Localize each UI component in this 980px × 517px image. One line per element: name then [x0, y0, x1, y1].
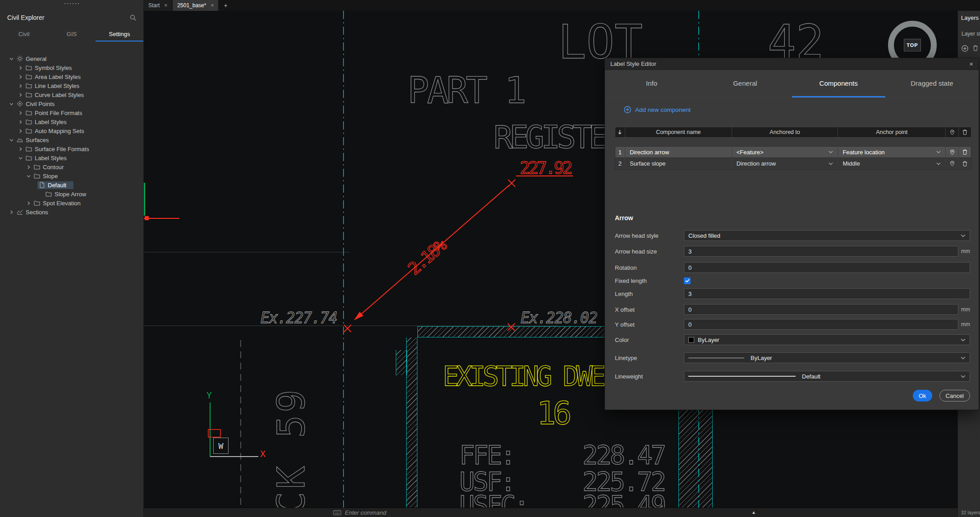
component-row-direction-arrow[interactable]: 1 Direction arrow <Feature> Feature loca… [615, 146, 971, 158]
tree-item-surface-file-formats[interactable]: Surface File Formats [0, 144, 143, 153]
tree-item-label: Point File Formats [35, 110, 82, 116]
component-row-surface-slope[interactable]: 2 Surface slope Direction arrow Middle [615, 158, 971, 170]
pin-component-button[interactable] [946, 147, 959, 157]
chevron-right-icon[interactable] [18, 120, 23, 124]
tree-item-label-styles[interactable]: Label Styles [0, 117, 143, 126]
tree-item-surfaces[interactable]: Surfaces [0, 135, 143, 144]
new-tab-button[interactable]: + [219, 0, 232, 11]
chevron-right-icon[interactable] [18, 66, 23, 70]
anchored-to-dropdown[interactable]: <Feature> [732, 147, 838, 157]
dropdown-chevron-icon[interactable] [961, 338, 966, 342]
layer-states-tab[interactable]: Layer st [962, 31, 980, 37]
delete-component-button[interactable] [959, 158, 971, 169]
field-label: Length [615, 291, 684, 297]
chevron-right-icon[interactable] [26, 165, 31, 169]
dropdown-chevron-icon[interactable] [829, 162, 833, 165]
tree-item-area-label-styles[interactable]: Area Label Styles [0, 72, 143, 81]
command-input[interactable] [345, 508, 534, 517]
chevron-down-icon[interactable] [18, 156, 23, 160]
chevron-right-icon[interactable] [18, 129, 23, 133]
chevron-right-icon[interactable] [18, 93, 23, 97]
dropdown-chevron-icon[interactable] [961, 234, 966, 237]
tree-item-slope[interactable]: Slope [0, 171, 143, 180]
tab-dragged-state[interactable]: Dragged state [885, 70, 979, 97]
x-offset-input[interactable] [684, 304, 958, 315]
tab-settings[interactable]: Settings [96, 27, 143, 42]
fixed-length-checkbox[interactable] [684, 277, 691, 284]
level-row-ffe: FFE:228.47 [459, 443, 664, 468]
tree-item-point-file-formats[interactable]: Point File Formats [0, 108, 143, 117]
tab-general[interactable]: General [698, 70, 792, 97]
anchor-point-dropdown[interactable]: Middle [838, 158, 946, 169]
length-input[interactable] [684, 288, 970, 299]
tab-info[interactable]: Info [605, 70, 698, 97]
rotation-input[interactable] [684, 262, 970, 273]
pin-component-button[interactable] [946, 158, 959, 169]
dropdown-chevron-icon[interactable] [936, 162, 941, 165]
dialog-title-bar[interactable]: Label Style Editor × [605, 58, 979, 70]
tab-components[interactable]: Components [792, 70, 885, 97]
cancel-button[interactable]: Cancel [939, 390, 970, 402]
chevron-down-icon[interactable] [9, 102, 14, 106]
chevron-right-icon[interactable] [9, 210, 14, 214]
add-layer-icon[interactable] [962, 45, 968, 52]
tree-item-general[interactable]: General [0, 54, 143, 63]
close-icon[interactable]: × [164, 3, 167, 8]
chevron-right-icon[interactable] [18, 111, 23, 115]
panel-grip[interactable] [64, 3, 80, 5]
arrow-head-size-input[interactable] [684, 246, 958, 257]
anchored-to-dropdown[interactable]: Direction arrow [732, 158, 838, 169]
column-header-component-name[interactable]: Component name [625, 127, 732, 137]
command-bar-expand-icon[interactable]: ▲ [751, 510, 756, 515]
column-header-anchor-point[interactable]: Anchor point [838, 127, 946, 137]
view-cube-top-face[interactable]: TOP [904, 39, 921, 51]
tree-item-sections[interactable]: Sections [0, 208, 143, 217]
add-new-component-button[interactable]: Add new component [624, 106, 691, 113]
sort-down-icon[interactable] [615, 127, 625, 137]
chevron-right-icon[interactable] [26, 201, 31, 205]
ok-button[interactable]: Ok [913, 390, 932, 402]
chevron-right-icon[interactable] [18, 147, 23, 151]
drawing-tab-2501-base[interactable]: 2501_base* × [173, 0, 218, 11]
dropdown-chevron-icon[interactable] [961, 356, 966, 360]
tree-item-curve-label-styles[interactable]: Curve Label Styles [0, 90, 143, 99]
dropdown-chevron-icon[interactable] [961, 375, 966, 378]
field-label: Fixed length [615, 277, 684, 284]
dropdown-chevron-icon[interactable] [936, 151, 941, 153]
delete-layer-icon[interactable] [973, 45, 978, 52]
chevron-right-icon[interactable] [18, 84, 23, 88]
tab-gis[interactable]: GIS [48, 27, 96, 42]
chevron-down-icon[interactable] [9, 138, 14, 142]
lineweight-select[interactable]: Default [684, 371, 970, 382]
command-bar[interactable]: ▲ [144, 508, 957, 517]
tree-item-spot-elevation[interactable]: Spot Elevation [0, 198, 143, 208]
close-icon[interactable]: × [969, 60, 973, 67]
chevron-right-icon[interactable] [18, 75, 23, 79]
tree-item-slope-arrow[interactable]: Slope Arrow [0, 189, 143, 198]
chevron-down-icon[interactable] [26, 174, 31, 178]
drawing-tab-start[interactable]: Start × [144, 0, 172, 11]
tree-item-surface-label-styles[interactable]: Label Styles [0, 153, 143, 162]
dropdown-chevron-icon[interactable] [829, 151, 833, 153]
component-name-cell[interactable]: Surface slope [625, 158, 732, 169]
arrow-head-style-select[interactable]: Closed filled [684, 230, 970, 241]
tree-item-contour[interactable]: Contour [0, 162, 143, 171]
tree-item-auto-mapping-sets[interactable]: Auto Mapping Sets [0, 126, 143, 135]
column-header-anchored-to[interactable]: Anchored to [732, 127, 838, 137]
search-icon[interactable] [130, 14, 136, 21]
unit-label: mm [958, 248, 970, 254]
component-name-cell[interactable]: Direction arrow [625, 147, 732, 157]
add-new-component-label: Add new component [635, 106, 691, 113]
anchor-point-dropdown[interactable]: Feature location [838, 147, 946, 157]
tree-item-civil-points[interactable]: Civil Points [0, 99, 143, 108]
chevron-down-icon[interactable] [9, 57, 14, 61]
y-offset-input[interactable] [684, 319, 958, 330]
tree-item-line-label-styles[interactable]: Line Label Styles [0, 81, 143, 90]
tree-item-symbol-styles[interactable]: Symbol Styles [0, 63, 143, 72]
linetype-select[interactable]: ByLayer [684, 352, 970, 363]
tab-civil[interactable]: Civil [0, 27, 48, 42]
tree-item-default-selected[interactable]: Default [0, 180, 143, 189]
close-icon[interactable]: × [211, 3, 214, 8]
delete-component-button[interactable] [959, 147, 971, 157]
color-select[interactable]: ByLayer [684, 334, 970, 345]
